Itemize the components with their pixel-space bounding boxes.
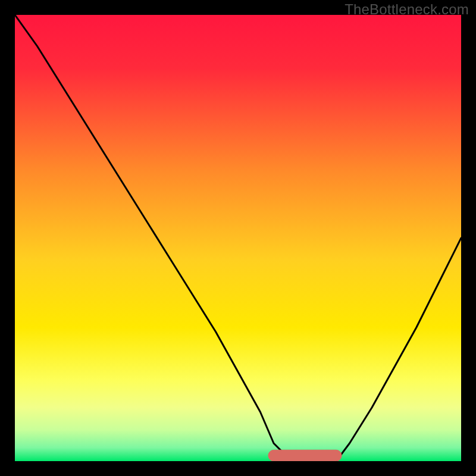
gradient-background — [15, 15, 461, 461]
watermark-text: TheBottleneck.com — [345, 1, 469, 18]
plot-area — [15, 15, 461, 461]
optimal-band — [268, 450, 342, 461]
optimal-band-shape — [268, 450, 342, 461]
chart-frame: TheBottleneck.com — [0, 0, 476, 476]
chart-svg — [15, 15, 461, 461]
